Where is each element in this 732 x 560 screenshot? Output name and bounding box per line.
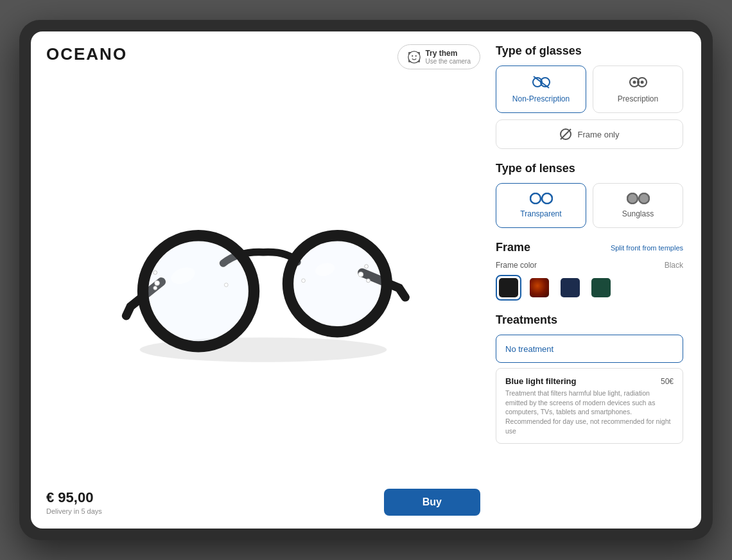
svg-point-4 xyxy=(143,236,254,347)
svg-point-8 xyxy=(224,283,228,287)
frame-section: Frame Split front from temples Frame col… xyxy=(496,241,683,301)
svg-point-31 xyxy=(530,193,541,204)
blue-light-price: 50€ xyxy=(661,377,674,386)
swatch-black-inner xyxy=(499,278,518,297)
svg-point-35 xyxy=(639,193,649,204)
try-them-sub-label: Use the camera xyxy=(425,58,471,65)
split-temples-link[interactable]: Split front from temples xyxy=(611,244,683,252)
svg-point-14 xyxy=(365,265,369,268)
non-prescription-icon xyxy=(532,75,550,89)
lenses-section: Type of lenses Transparent xyxy=(496,162,683,228)
blue-light-desc: Treatment that filters harmful blue ligh… xyxy=(505,389,674,435)
price-value: € 95,00 xyxy=(46,489,102,506)
transparent-icon xyxy=(530,193,553,204)
svg-point-10 xyxy=(155,281,160,286)
svg-point-1 xyxy=(412,55,414,57)
blue-light-name: Blue light filtering xyxy=(505,376,577,386)
frame-title: Frame xyxy=(496,241,530,254)
lenses-grid: Transparent Sunglass xyxy=(496,183,683,228)
no-treatment-label: No treatment xyxy=(505,344,553,354)
app-content: OCEANO Try them xyxy=(31,31,701,529)
glasses-type-grid: Non-Prescription Prescription xyxy=(496,66,683,113)
glasses-type-title: Type of glasses xyxy=(496,44,683,58)
swatch-navy-inner xyxy=(561,278,580,297)
non-prescription-label: Non-Prescription xyxy=(512,94,570,103)
face-scan-icon xyxy=(407,50,421,64)
color-swatches xyxy=(496,275,683,301)
frame-only-btn[interactable]: Frame only xyxy=(496,119,683,149)
color-swatch-navy[interactable] xyxy=(557,275,583,301)
svg-point-2 xyxy=(415,55,417,57)
svg-point-15 xyxy=(367,279,370,283)
svg-point-0 xyxy=(408,51,420,62)
frame-header: Frame Split front from temples xyxy=(496,241,683,254)
treatments-title: Treatments xyxy=(496,313,683,327)
prescription-label: Prescription xyxy=(618,94,658,103)
swatch-green-inner xyxy=(591,278,611,297)
delivery-info: Delivery in 5 days xyxy=(46,507,102,515)
svg-point-32 xyxy=(542,193,552,204)
transparent-label: Transparent xyxy=(520,209,561,218)
prescription-btn[interactable]: Prescription xyxy=(593,66,683,113)
tablet-shell: OCEANO Try them xyxy=(19,20,713,540)
sunglass-label: Sunglass xyxy=(622,209,654,218)
color-swatch-black[interactable] xyxy=(496,275,521,301)
treatments-section: Treatments No treatment Blue light filte… xyxy=(496,313,683,444)
prescription-icon xyxy=(629,75,647,89)
svg-point-13 xyxy=(153,286,157,290)
try-them-text: Try them Use the camera xyxy=(425,49,471,65)
glasses-container xyxy=(46,71,480,481)
try-them-main-label: Try them xyxy=(425,49,457,58)
buy-button[interactable]: Buy xyxy=(384,489,480,516)
sunglass-btn[interactable]: Sunglass xyxy=(593,183,683,228)
frame-color-label: Frame color xyxy=(496,261,537,270)
swatch-tortoise-inner xyxy=(530,278,549,297)
blue-light-option[interactable]: Blue light filtering 50€ Treatment that … xyxy=(496,368,683,444)
svg-point-6 xyxy=(288,236,387,332)
price-info: € 95,00 Delivery in 5 days xyxy=(46,489,102,515)
svg-point-9 xyxy=(302,279,306,283)
transparent-btn[interactable]: Transparent xyxy=(496,183,586,228)
price-section: € 95,00 Delivery in 5 days Buy xyxy=(46,481,480,516)
frame-only-label: Frame only xyxy=(577,130,619,139)
glasses-image xyxy=(103,183,424,368)
non-prescription-btn[interactable]: Non-Prescription xyxy=(496,66,586,113)
svg-point-34 xyxy=(627,193,638,204)
lenses-type-title: Type of lenses xyxy=(496,162,683,175)
left-panel: OCEANO Try them xyxy=(46,44,480,516)
right-panel: Type of glasses Non-Prescription xyxy=(480,44,686,516)
color-swatch-tortoise[interactable] xyxy=(527,275,552,301)
try-them-button[interactable]: Try them Use the camera xyxy=(397,44,480,69)
frame-only-icon xyxy=(559,128,572,141)
frame-color-row: Frame color Black xyxy=(496,261,683,270)
color-swatch-green[interactable] xyxy=(588,275,614,301)
frame-color-value: Black xyxy=(665,261,683,270)
no-treatment-option[interactable]: No treatment xyxy=(496,335,683,363)
sunglass-icon xyxy=(627,193,650,204)
blue-light-name-row: Blue light filtering 50€ xyxy=(505,376,674,386)
svg-point-12 xyxy=(153,271,157,275)
svg-point-28 xyxy=(640,81,643,84)
logo: OCEANO xyxy=(46,44,127,64)
svg-point-27 xyxy=(632,81,636,84)
svg-point-11 xyxy=(358,272,363,277)
tablet-screen: OCEANO Try them xyxy=(31,31,701,529)
